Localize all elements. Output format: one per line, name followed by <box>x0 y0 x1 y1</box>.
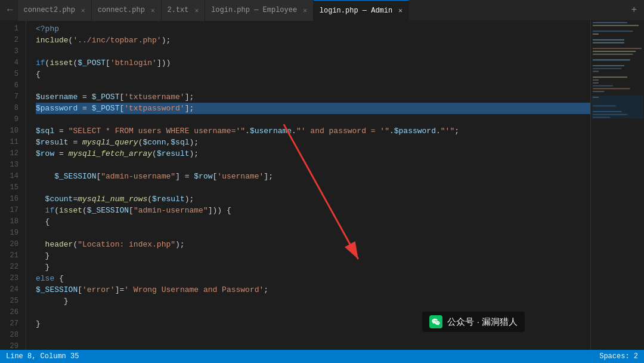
tab-close-login-admin[interactable]: ✕ <box>398 7 402 14</box>
svg-rect-15 <box>593 76 627 78</box>
code-line-4: if(isset($_POST['btnlogin'])) <box>36 57 590 69</box>
ln-6: 6 <box>0 80 26 91</box>
code-line-1: <?php <box>36 23 590 35</box>
svg-rect-14 <box>593 71 599 72</box>
svg-rect-13 <box>593 68 621 69</box>
ln-7: 7 <box>0 91 26 103</box>
code-line-20: header("Location: index.php"); <box>36 239 590 250</box>
svg-rect-11 <box>593 59 630 60</box>
code-line-12: $row = mysqli_fetch_array($result); <box>36 148 590 159</box>
code-line-13 <box>36 159 590 171</box>
code-line-18: { <box>36 216 590 227</box>
code-line-14: $_SESSION["admin-username"] = $row['user… <box>36 171 590 182</box>
svg-rect-3 <box>593 25 639 26</box>
code-line-2: include('../inc/topbar.php'); <box>36 35 590 46</box>
svg-rect-19 <box>593 88 630 90</box>
svg-rect-6 <box>593 39 624 41</box>
tab-close-txt[interactable]: ✕ <box>195 7 199 14</box>
ln-5: 5 <box>0 69 26 80</box>
tab-label: connect2.php <box>24 6 75 14</box>
code-line-28 <box>36 330 590 341</box>
ln-27: 27 <box>0 318 26 330</box>
ln-18: 18 <box>0 216 26 227</box>
code-line-16: $count=mysqli_num_rows($result); <box>36 193 590 205</box>
tab-list: ← connect2.php ✕ connect.php ✕ 2.txt ✕ l… <box>2 0 626 21</box>
code-line-17: if(isset($_SESSION["admin-username"])) { <box>36 205 590 216</box>
code-line-10: $sql = "SELECT * FROM users WHERE userna… <box>36 125 590 137</box>
ln-15: 15 <box>0 182 26 193</box>
svg-rect-10 <box>593 54 633 55</box>
tab-bar: ← connect2.php ✕ connect.php ✕ 2.txt ✕ l… <box>0 0 644 21</box>
tab-label: connect.php <box>98 6 145 14</box>
code-line-27: } <box>36 318 590 330</box>
code-line-15 <box>36 182 590 193</box>
ln-10: 10 <box>0 125 26 137</box>
code-line-19 <box>36 227 590 239</box>
tab-connect2[interactable]: connect2.php ✕ <box>18 0 92 21</box>
svg-rect-8 <box>593 48 642 49</box>
ln-14: 14 <box>0 171 26 182</box>
tab-label: login.php — Admin <box>320 7 392 15</box>
tab-txt[interactable]: 2.txt ✕ <box>162 0 206 21</box>
tab-connect[interactable]: connect.php ✕ <box>92 0 162 21</box>
new-tab-right-button[interactable]: + <box>626 0 642 21</box>
ln-13: 13 <box>0 159 26 171</box>
ln-23: 23 <box>0 273 26 284</box>
svg-rect-12 <box>593 65 624 66</box>
editor-area[interactable]: 1 2 3 4 5 6 7 8 9 10 11 12 13 14 15 16 1… <box>0 21 590 350</box>
ln-8: 8 <box>0 103 26 114</box>
line-numbers: 1 2 3 4 5 6 7 8 9 10 11 12 13 14 15 16 1… <box>0 21 26 350</box>
ln-3: 3 <box>0 46 26 57</box>
code-line-9 <box>36 114 590 125</box>
code-line-21: } <box>36 250 590 262</box>
code-line-7: $username = $_POST['txtusername']; <box>36 91 590 103</box>
ln-24: 24 <box>0 284 26 296</box>
svg-rect-5 <box>593 33 599 35</box>
tab-login-employee[interactable]: login.php — Employee ✕ <box>205 0 314 21</box>
ln-12: 12 <box>0 148 26 159</box>
ln-1: 1 <box>0 23 26 35</box>
code-line-29 <box>36 341 590 350</box>
minimap-svg <box>591 21 644 350</box>
code-line-22: } <box>36 262 590 273</box>
ln-21: 21 <box>0 250 26 262</box>
code-container: 1 2 3 4 5 6 7 8 9 10 11 12 13 14 15 16 1… <box>0 21 590 350</box>
ln-4: 4 <box>0 57 26 69</box>
svg-rect-9 <box>593 51 636 52</box>
code-line-5: { <box>36 69 590 80</box>
ln-29: 29 <box>0 341 26 350</box>
svg-rect-18 <box>593 85 613 87</box>
code-line-6 <box>36 80 590 91</box>
tab-label: 2.txt <box>168 6 189 14</box>
status-bar: Line 8, Column 35 Spaces: 2 <box>0 350 644 363</box>
ln-11: 11 <box>0 137 26 148</box>
ln-2: 2 <box>0 35 26 46</box>
ln-26: 26 <box>0 307 26 318</box>
code-content[interactable]: <?php include('../inc/topbar.php'); if(i… <box>26 21 590 350</box>
indentation-info: Spaces: 2 <box>599 352 638 361</box>
ln-28: 28 <box>0 330 26 341</box>
status-right: Spaces: 2 <box>599 352 638 361</box>
code-line-25: } <box>36 296 590 307</box>
code-line-24: $_SESSION['error']=' Wrong Username and … <box>36 284 590 296</box>
svg-rect-4 <box>593 30 633 32</box>
code-line-3 <box>36 46 590 57</box>
ln-19: 19 <box>0 227 26 239</box>
status-left: Line 8, Column 35 <box>6 352 79 361</box>
ln-17: 17 <box>0 205 26 216</box>
tab-close-login-emp[interactable]: ✕ <box>303 7 307 14</box>
svg-rect-7 <box>593 42 624 44</box>
tab-login-admin[interactable]: login.php — Admin ✕ <box>314 0 409 21</box>
ln-16: 16 <box>0 193 26 205</box>
tab-close-connect[interactable]: ✕ <box>151 7 155 14</box>
code-line-11: $result = mysqli_query($conn,$sql); <box>36 137 590 148</box>
svg-rect-17 <box>593 82 599 84</box>
ln-9: 9 <box>0 114 26 125</box>
svg-rect-20 <box>593 91 604 92</box>
tab-close-connect2[interactable]: ✕ <box>81 7 85 14</box>
new-tab-left-button[interactable]: ← <box>2 0 18 21</box>
cursor-position: Line 8, Column 35 <box>6 352 79 361</box>
ln-22: 22 <box>0 262 26 273</box>
svg-rect-26 <box>592 96 643 118</box>
minimap <box>590 21 644 350</box>
